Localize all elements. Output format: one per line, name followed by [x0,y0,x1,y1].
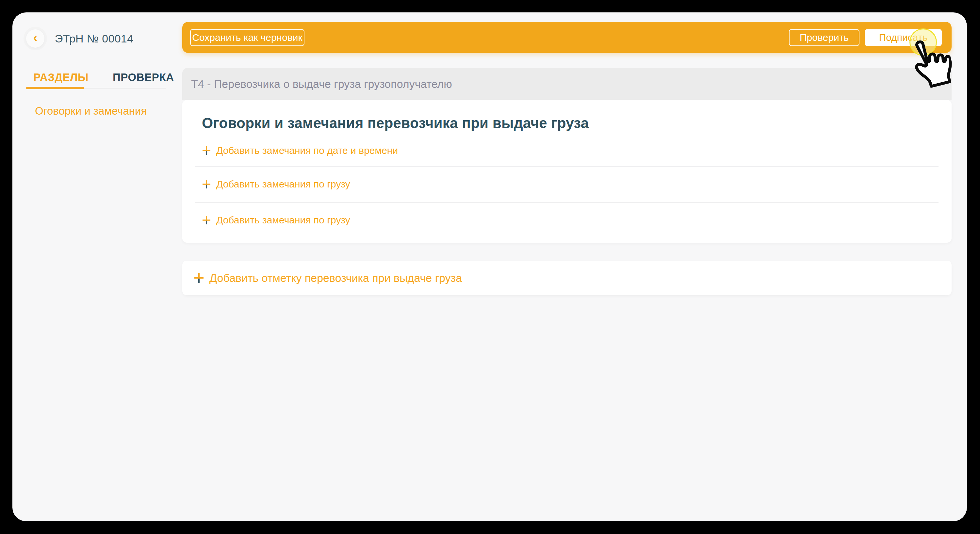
row-divider [195,166,939,167]
document-title: ЭТрН № 00014 [55,32,133,45]
add-date-time-remark-link[interactable]: Добавить замечания по дате и времени [202,145,398,156]
tab-check[interactable]: ПРОВЕРКА [113,71,174,84]
active-tab-underline [26,87,84,89]
screen: ‹ ЭТрН № 00014 Сохранить как черновик Пр… [0,0,980,534]
app-window: ‹ ЭТрН № 00014 Сохранить как черновик Пр… [13,13,967,521]
remarks-card: Оговорки и замечания перевозчика при выд… [182,100,951,243]
plus-icon [194,272,204,284]
add-link-label: Добавить замечания по грузу [216,215,350,226]
section-header: Т4 - Перевозчика о выдаче груза грузопол… [182,68,951,100]
section-header-label: Т4 - Перевозчика о выдаче груза грузопол… [191,78,452,91]
row-divider [195,202,939,203]
card-title: Оговорки и замечания перевозчика при выд… [202,115,589,131]
carrier-mark-card: Добавить отметку перевозчика при выдаче … [182,261,951,295]
check-button[interactable]: Проверить [789,29,859,46]
plus-icon [202,215,211,225]
tab-sections[interactable]: РАЗДЕЛЫ [33,71,89,84]
add-cargo-remark-link[interactable]: Добавить замечания по грузу [202,179,350,190]
add-carrier-mark-link[interactable]: Добавить отметку перевозчика при выдаче … [194,272,462,284]
back-button[interactable]: ‹ [26,29,45,48]
add-cargo-remark-link[interactable]: Добавить замечания по грузу [202,215,350,226]
action-bar: Сохранить как черновик Проверить Подписа… [182,22,951,53]
plus-icon [202,146,211,156]
add-link-label: Добавить замечания по грузу [216,179,350,190]
chevron-left-icon: ‹ [33,31,38,44]
add-link-label: Добавить отметку перевозчика при выдаче … [209,272,462,284]
add-link-label: Добавить замечания по дате и времени [216,145,398,156]
sidebar-item-remarks[interactable]: Оговорки и замечания [35,105,147,117]
save-draft-button[interactable]: Сохранить как черновик [190,29,304,46]
plus-icon [202,179,211,189]
